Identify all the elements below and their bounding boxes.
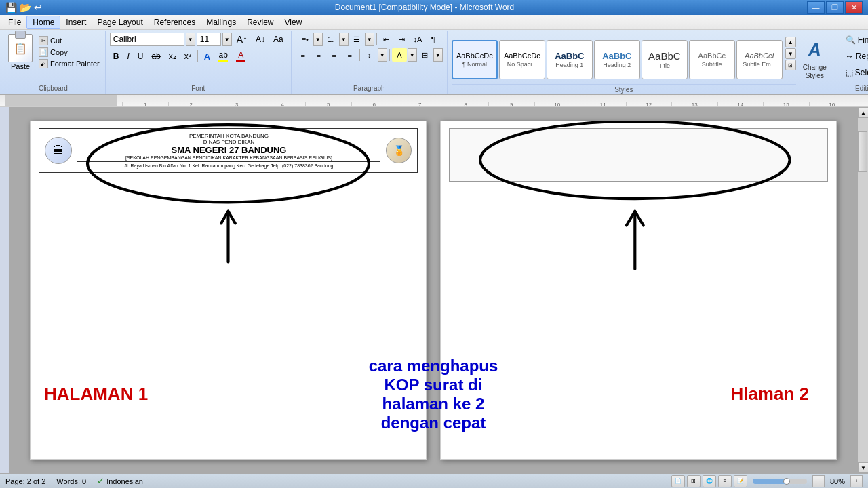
paste-button[interactable]: 📋 Paste: [5, 33, 35, 72]
menu-view[interactable]: View: [279, 16, 308, 28]
styles-scroll-up[interactable]: ▲: [785, 37, 796, 47]
highlight-button[interactable]: ab: [215, 49, 231, 63]
format-painter-button[interactable]: 🖌 Format Painter: [37, 58, 101, 69]
style-normal[interactable]: AaBbCcDc ¶ Normal: [452, 40, 498, 79]
menu-mailings[interactable]: Mailings: [201, 16, 241, 28]
list-row: ≡• ▼ 1. ▼ ☰ ▼ ⇤ ⇥ ↕A ¶: [298, 33, 441, 46]
shrink-font-button[interactable]: A↓: [252, 33, 269, 46]
style-heading2[interactable]: AaBbC Heading 2: [594, 40, 640, 79]
draft-view-button[interactable]: 📝: [734, 475, 747, 487]
menu-references[interactable]: References: [149, 16, 201, 28]
text-effects-button[interactable]: A: [201, 49, 214, 63]
subscript-button[interactable]: x₂: [165, 49, 180, 63]
scroll-track[interactable]: [858, 118, 868, 462]
style-heading1[interactable]: AaBbC Heading 1: [547, 40, 593, 79]
font-name-dropdown[interactable]: ▼: [186, 33, 195, 46]
ruler-mark: 12: [626, 102, 672, 106]
minimize-button[interactable]: —: [807, 1, 825, 14]
style-subtle-em-preview: AaBbCcI: [745, 52, 774, 60]
ruler-mark: 3: [214, 102, 260, 106]
restore-button[interactable]: ❐: [826, 1, 844, 14]
letterhead: 🏛 PEMERINTAH KOTA BANDUNG DINAS PENDIDIK…: [39, 128, 418, 173]
copy-label: Copy: [50, 48, 68, 56]
font-color-button[interactable]: A: [233, 49, 249, 63]
multilevel-button[interactable]: ☰: [349, 33, 364, 46]
copy-button[interactable]: 📄 Copy: [37, 47, 101, 58]
svg-line-2: [221, 211, 228, 224]
font-name-box[interactable]: Calibri: [110, 33, 184, 46]
grow-font-button[interactable]: A↑: [233, 33, 251, 46]
spell-check: ✓ Indonesian: [97, 476, 143, 486]
font-size-dropdown[interactable]: ▼: [222, 33, 232, 46]
border-dropdown[interactable]: ▼: [433, 48, 443, 62]
shading-button[interactable]: A: [392, 48, 407, 62]
align-row: ≡ ≡ ≡ ≡ ↕ ▼ A ▼ ⊞ ▼: [296, 48, 443, 62]
align-left-button[interactable]: ≡: [296, 48, 311, 62]
strikethrough-button[interactable]: ab: [148, 49, 163, 63]
italic-button[interactable]: I: [123, 49, 132, 63]
shading-dropdown[interactable]: ▼: [408, 48, 417, 62]
page-2[interactable]: Hlaman 2: [440, 121, 837, 460]
outline-view-button[interactable]: ≡: [718, 475, 732, 487]
border-button[interactable]: ⊞: [418, 48, 433, 62]
print-layout-button[interactable]: 📄: [671, 475, 685, 487]
numbering-dropdown[interactable]: ▼: [339, 33, 349, 46]
replace-button[interactable]: ↔ Replace: [840, 49, 868, 64]
school-sub: [SEKOLAH PENGEMBANGAN PENDIDIKAN KARAKTE…: [77, 155, 380, 160]
underline-button[interactable]: U: [134, 49, 147, 63]
zoom-in-button[interactable]: +: [850, 475, 863, 487]
menu-file[interactable]: File: [3, 16, 26, 28]
scroll-thumb[interactable]: [858, 131, 867, 172]
zoom-slider[interactable]: [753, 479, 807, 484]
bullets-dropdown[interactable]: ▼: [313, 33, 323, 46]
style-subtitle[interactable]: AaBbCc Subtitle: [689, 40, 735, 79]
style-title[interactable]: AaBbC Title: [642, 40, 688, 79]
scroll-down-button[interactable]: ▼: [858, 462, 868, 473]
copy-icon: 📄: [39, 47, 48, 57]
font-size-box[interactable]: 11: [197, 33, 221, 46]
clear-format-button[interactable]: Aa: [270, 33, 287, 46]
styles-scroll-down[interactable]: ▼: [785, 48, 796, 59]
bold-button[interactable]: B: [110, 49, 123, 63]
bullets-button[interactable]: ≡•: [298, 33, 313, 46]
line-spacing-dropdown[interactable]: ▼: [378, 48, 387, 62]
school-info: PEMERINTAH KOTA BANDUNG DINAS PENDIDIKAN…: [77, 133, 380, 168]
align-right-button[interactable]: ≡: [327, 48, 342, 62]
right-scrollbar[interactable]: ▲ ▼: [857, 107, 868, 473]
page2-header-area: [449, 128, 828, 182]
pages-container[interactable]: 🏛 PEMERINTAH KOTA BANDUNG DINAS PENDIDIK…: [9, 107, 857, 473]
full-screen-button[interactable]: ⊞: [687, 475, 701, 487]
justify-button[interactable]: ≡: [342, 48, 357, 62]
style-no-spacing[interactable]: AaBbCcDc No Spaci...: [499, 40, 545, 79]
change-styles-button[interactable]: A ChangeStyles: [799, 33, 831, 83]
menu-review[interactable]: Review: [241, 16, 279, 28]
line-spacing-button[interactable]: ↕: [362, 48, 377, 62]
decrease-indent-button[interactable]: ⇤: [379, 33, 394, 46]
page-1[interactable]: 🏛 PEMERINTAH KOTA BANDUNG DINAS PENDIDIK…: [30, 121, 427, 460]
numbering-button[interactable]: 1.: [323, 33, 338, 46]
cut-button[interactable]: ✂ Cut: [37, 35, 101, 46]
school-logo: 🏛: [45, 137, 72, 164]
school-addr: Jl. Raya Usman Bin Affan No. 1 Kel. Ranc…: [77, 161, 380, 168]
styles-more[interactable]: ⊡: [785, 60, 796, 70]
ruler-mark: 7: [397, 102, 443, 106]
show-formatting-button[interactable]: ¶: [426, 33, 441, 46]
close-button[interactable]: ✕: [845, 1, 863, 14]
superscript-button[interactable]: x²: [181, 49, 195, 63]
select-button[interactable]: ⬚ Select ▼: [840, 65, 868, 80]
menu-home[interactable]: Home: [26, 16, 60, 29]
increase-indent-button[interactable]: ⇥: [395, 33, 410, 46]
menu-page-layout[interactable]: Page Layout: [92, 16, 148, 28]
find-button[interactable]: 🔍 Find ▼: [840, 33, 868, 47]
menu-insert[interactable]: Insert: [60, 16, 92, 28]
align-center-button[interactable]: ≡: [311, 48, 326, 62]
select-icon: ⬚: [846, 68, 853, 77]
menu-bar: File Home Insert Page Layout References …: [0, 15, 868, 30]
ruler-mark: 4: [260, 102, 306, 106]
zoom-out-button[interactable]: −: [812, 475, 825, 487]
style-subtle-em[interactable]: AaBbCcI Subtle Em...: [736, 40, 783, 79]
sort-button[interactable]: ↕A: [410, 33, 425, 46]
scroll-up-button[interactable]: ▲: [858, 107, 868, 118]
multilevel-dropdown[interactable]: ▼: [365, 33, 374, 46]
web-layout-button[interactable]: 🌐: [703, 475, 716, 487]
